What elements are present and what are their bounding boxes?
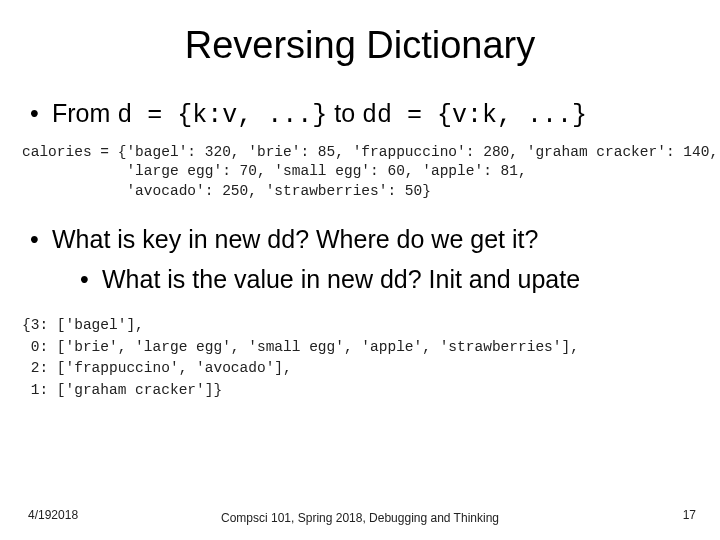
bullet-1-mid: to (327, 99, 362, 127)
bullet-2: What is key in new dd? Where do we get i… (30, 223, 692, 297)
code-block-1: calories = {'bagel': 320, 'brie': 85, 'f… (22, 143, 692, 202)
bullet-2a: What is the value in new dd? Init and up… (80, 263, 692, 297)
slide: Reversing Dictionary From d = {k:v, ...}… (0, 0, 720, 540)
bullet-1-code-2: dd = {v:k, ...} (362, 101, 587, 130)
bullet-1-prefix: From (52, 99, 117, 127)
bullet-2-text: What is key in new dd? Where do we get i… (52, 225, 538, 253)
sub-bullet-list: What is the value in new dd? Init and up… (80, 263, 692, 297)
bullet-1: From d = {k:v, ...} to dd = {v:k, ...} (30, 97, 692, 133)
bullet-list: From d = {k:v, ...} to dd = {v:k, ...} (30, 97, 692, 133)
footer-center: Compsci 101, Spring 2018, Debugging and … (0, 511, 720, 525)
bullet-list-2: What is key in new dd? Where do we get i… (30, 223, 692, 297)
bullet-1-code-1: d = {k:v, ...} (117, 101, 327, 130)
bullet-2a-text: What is the value in new dd? Init and up… (102, 265, 580, 293)
code-block-2: {3: ['bagel'], 0: ['brie', 'large egg', … (22, 315, 692, 402)
footer-page: 17 (683, 508, 696, 522)
slide-title: Reversing Dictionary (28, 24, 692, 67)
